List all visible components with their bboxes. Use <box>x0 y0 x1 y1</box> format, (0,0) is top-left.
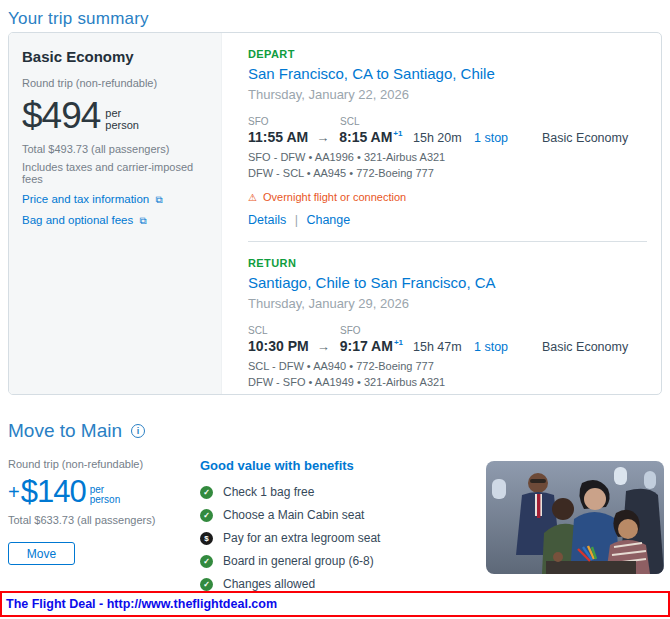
return-duration: 15h 47m <box>413 340 474 354</box>
info-icon[interactable]: i <box>131 424 145 438</box>
depart-times: 11:55 AM → 8:15 AM+1 <box>248 129 413 145</box>
stops-link[interactable]: 1 stop <box>474 131 508 145</box>
flight-deal-banner: The Flight Deal - http://www.theflightde… <box>0 591 670 617</box>
upsell-price-amount: $140 <box>21 474 86 510</box>
return-date: Thursday, January 29, 2026 <box>248 296 647 311</box>
change-link[interactable]: Change <box>306 213 350 227</box>
origin-code: SFO <box>248 116 340 127</box>
page-title: Your trip summary <box>0 0 670 29</box>
benefit-item: ✓ Changes allowed <box>200 577 486 591</box>
slices: DEPART San Francisco, CA to Santiago, Ch… <box>222 33 661 394</box>
return-airport-codes: SCL SFO <box>248 325 647 336</box>
upsell-title: Move to Main <box>8 420 122 442</box>
plus-sign: + <box>8 481 20 504</box>
check-icon: ✓ <box>200 486 213 499</box>
fare-price-suffix: per person <box>105 108 139 131</box>
depart-airport-codes: SFO SCL <box>248 116 647 127</box>
upsell-price: + $140 per person <box>8 474 200 510</box>
upsell-trip-type: Round trip (non-refundable) <box>8 458 200 470</box>
return-times: 10:30 PM → 9:17 AM+1 <box>248 338 413 354</box>
depart-cabin: Basic Economy <box>542 131 628 145</box>
check-icon: ✓ <box>200 509 213 522</box>
price-tax-info-link[interactable]: Price and tax information ⧉ <box>22 193 208 206</box>
upsell-total: Total $633.73 (all passengers) <box>8 514 200 526</box>
benefit-item: ✓ Check 1 bag free <box>200 485 486 499</box>
move-to-main-section: Move to Main i Round trip (non-refundabl… <box>8 420 662 619</box>
return-slice: RETURN Santiago, Chile to San Francisco,… <box>248 242 647 395</box>
segment: DFW - SCL • AA945 • 772-Boeing 777 <box>248 166 647 182</box>
depart-stops: 1 stop <box>474 131 542 145</box>
depart-warning: ⚠ Overnight flight or connection <box>248 191 647 203</box>
depart-date: Thursday, January 22, 2026 <box>248 87 647 102</box>
benefit-item: ✓ Choose a Main Cabin seat <box>200 508 486 522</box>
trip-summary-card: Basic Economy Round trip (non-refundable… <box>8 32 662 395</box>
next-day-indicator: +1 <box>394 338 403 347</box>
return-label: RETURN <box>248 257 647 269</box>
fare-total: Total $493.73 (all passengers) <box>22 143 208 155</box>
flight-deal-link[interactable]: The Flight Deal - http://www.theflightde… <box>6 597 277 611</box>
arrow-icon: → <box>317 339 330 354</box>
segment: SFO - DFW • AA1996 • 321-Airbus A321 <box>248 150 647 166</box>
return-route[interactable]: Santiago, Chile to San Francisco, CA <box>248 274 647 291</box>
arrival-time: 9:17 AM+1 <box>340 338 403 354</box>
segment: SCL - DFW • AA940 • 772-Boeing 777 <box>248 359 647 375</box>
warning-icon: ⚠ <box>248 192 257 203</box>
upsell-title-row: Move to Main i <box>8 420 662 442</box>
external-link-icon: ⧉ <box>155 194 162 205</box>
depart-label: DEPART <box>248 48 647 60</box>
fare-panel: Basic Economy Round trip (non-refundable… <box>9 33 222 394</box>
destination-code: SCL <box>340 116 359 127</box>
depart-slice: DEPART San Francisco, CA to Santiago, Ch… <box>248 33 647 227</box>
upsell-price-suffix: per person <box>90 485 121 506</box>
trip-summary-page: Your trip summary Basic Economy Round tr… <box>0 0 670 619</box>
fare-price-amount: $494 <box>22 95 100 137</box>
origin-code: SCL <box>248 325 340 336</box>
move-button[interactable]: Move <box>8 542 75 565</box>
external-link-icon: ⧉ <box>139 215 146 226</box>
return-cabin: Basic Economy <box>542 340 628 354</box>
departure-time: 10:30 PM <box>248 338 309 354</box>
bag-optional-fees-link[interactable]: Bag and optional fees ⧉ <box>22 214 208 227</box>
depart-links: Details | Change <box>248 213 647 227</box>
next-day-indicator: +1 <box>393 129 402 138</box>
depart-route[interactable]: San Francisco, CA to Santiago, Chile <box>248 65 647 82</box>
return-times-row: 10:30 PM → 9:17 AM+1 15h 47m 1 stop Basi… <box>248 338 647 354</box>
arrow-icon: → <box>316 130 329 145</box>
arrival-time: 8:15 AM+1 <box>339 129 402 145</box>
stops-link[interactable]: 1 stop <box>474 340 508 354</box>
depart-times-row: 11:55 AM → 8:15 AM+1 15h 20m 1 stop Basi… <box>248 129 647 145</box>
details-link[interactable]: Details <box>248 213 286 227</box>
benefits-title: Good value with benefits <box>200 458 486 473</box>
benefit-item: $ Pay for an extra legroom seat <box>200 531 486 545</box>
cabin-photo <box>486 461 664 574</box>
depart-duration: 15h 20m <box>413 131 474 145</box>
link-separator: | <box>295 213 298 227</box>
depart-segments: SFO - DFW • AA1996 • 321-Airbus A321 DFW… <box>248 150 647 182</box>
fare-price: $494 per person <box>22 95 208 137</box>
fare-taxes-note: Includes taxes and carrier-imposed fees <box>22 161 208 185</box>
fare-trip-type: Round trip (non-refundable) <box>22 77 208 89</box>
segment: DFW - SFO • AA1949 • 321-Airbus A321 <box>248 375 647 391</box>
return-stops: 1 stop <box>474 340 542 354</box>
departure-time: 11:55 AM <box>248 129 308 145</box>
benefit-item: ✓ Board in general group (6-8) <box>200 554 486 568</box>
check-icon: ✓ <box>200 555 213 568</box>
check-icon: ✓ <box>200 578 213 591</box>
destination-code: SFO <box>340 325 361 336</box>
return-segments: SCL - DFW • AA940 • 772-Boeing 777 DFW -… <box>248 359 647 391</box>
dollar-icon: $ <box>200 532 213 545</box>
fare-name: Basic Economy <box>22 48 208 65</box>
